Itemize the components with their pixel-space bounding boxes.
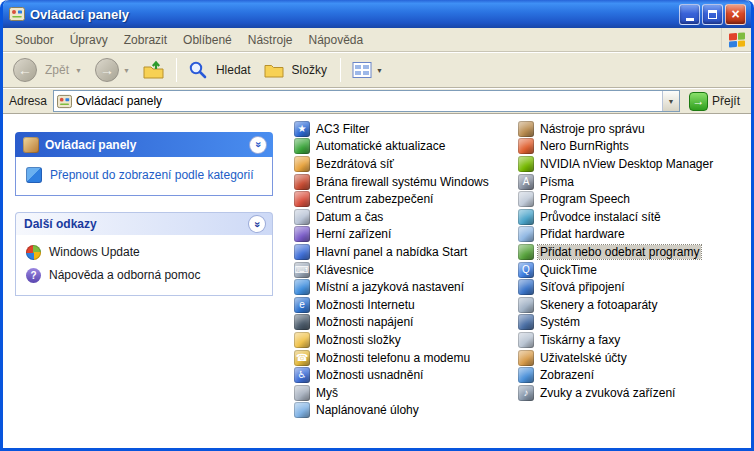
list-item[interactable]: Zobrazení [518, 366, 742, 384]
item-list: ★AC3 FilterAutomatické aktualizaceBezdrá… [286, 114, 751, 448]
automatic-updates-icon [294, 138, 310, 154]
windows-update-icon [26, 245, 41, 260]
list-item[interactable]: Myš [294, 384, 518, 402]
go-button[interactable]: → Přejít [686, 91, 743, 112]
folders-button[interactable]: Složky [260, 58, 333, 82]
maximize-button[interactable] [702, 4, 723, 25]
switch-category-view-link[interactable]: Přepnout do zobrazení podle kategorií [50, 167, 253, 183]
see-also-pane: Další odkazy » Windows Update ? Nápověda… [15, 212, 273, 296]
titlebar[interactable]: Ovládací panely × [3, 0, 751, 28]
list-item[interactable]: ♪Zvuky a zvuková zařízení [518, 384, 742, 402]
list-item[interactable]: Možnosti napájení [294, 314, 518, 332]
sounds-audio-icon: ♪ [518, 385, 534, 401]
help-support-link-row[interactable]: ? Nápověda a odborná pomoc [26, 268, 262, 283]
menu-tools[interactable]: Nástroje [240, 30, 301, 50]
menu-favorites[interactable]: Oblíbené [175, 30, 240, 50]
address-dropdown-button[interactable]: ▼ [662, 91, 679, 111]
menu-help[interactable]: Nápověda [300, 30, 371, 50]
list-item[interactable]: ♿Možnosti usnadnění [294, 366, 518, 384]
list-item-label: Systém [538, 315, 582, 329]
list-item[interactable]: Průvodce instalací sítě [518, 208, 742, 226]
list-item[interactable]: eMožnosti Internetu [294, 296, 518, 314]
date-time-icon [294, 209, 310, 225]
forward-dropdown-caret-icon[interactable]: ▼ [123, 67, 130, 74]
up-button[interactable] [139, 57, 169, 83]
list-item[interactable]: Síťová připojení [518, 278, 742, 296]
minimize-button[interactable] [679, 4, 700, 25]
user-accounts-icon [518, 350, 534, 366]
list-item[interactable]: Nástroje pro správu [518, 120, 742, 138]
address-control-panel-icon [57, 94, 72, 109]
forward-button[interactable]: → ▼ [91, 55, 136, 85]
windows-update-link[interactable]: Windows Update [49, 245, 140, 259]
control-panel-icon [9, 6, 25, 22]
speech-icon [518, 191, 534, 207]
list-item[interactable]: Přidat hardware [518, 226, 742, 244]
close-button[interactable]: × [725, 4, 746, 25]
menu-view[interactable]: Zobrazit [116, 30, 175, 50]
list-item-label: Hlavní panel a nabídka Start [314, 245, 469, 259]
list-item[interactable]: ★AC3 Filter [294, 120, 518, 138]
menu-file[interactable]: Soubor [7, 30, 62, 50]
windows-update-link-row[interactable]: Windows Update [26, 245, 262, 260]
views-dropdown-caret-icon[interactable]: ▼ [376, 67, 383, 74]
list-item-label: Klávesnice [314, 263, 376, 277]
list-item[interactable]: Možnosti složky [294, 331, 518, 349]
up-folder-icon [143, 60, 165, 80]
list-item[interactable]: Systém [518, 314, 742, 332]
control-panel-pane-body: Přepnout do zobrazení podle kategorií [15, 157, 273, 196]
list-item[interactable]: Uživatelské účty [518, 349, 742, 367]
collapse-pane-button[interactable]: » [248, 215, 266, 233]
chevron-up-icon: » [253, 141, 264, 147]
list-item[interactable]: Program Speech [518, 190, 742, 208]
list-item[interactable]: Přidat nebo odebrat programy [518, 243, 742, 261]
views-button[interactable]: ▼ [348, 58, 389, 82]
list-item[interactable]: Automatické aktualizace [294, 138, 518, 156]
collapse-pane-button[interactable]: » [249, 136, 267, 154]
list-item[interactable]: ☎Možnosti telefonu a modemu [294, 349, 518, 367]
list-item[interactable]: ⌨Klávesnice [294, 261, 518, 279]
list-item-label: Bezdrátová síť [314, 157, 396, 171]
fonts-icon: A [518, 174, 534, 190]
list-item-label: Nero BurnRights [538, 139, 631, 153]
list-item[interactable]: APísma [518, 173, 742, 191]
list-item[interactable]: Bezdrátová síť [294, 155, 518, 173]
menu-edit[interactable]: Úpravy [62, 30, 116, 50]
display-icon [518, 367, 534, 383]
list-item[interactable]: Hlavní panel a nabídka Start [294, 243, 518, 261]
list-item[interactable]: Centrum zabezpečení [294, 190, 518, 208]
back-icon: ← [13, 58, 37, 82]
switch-view-link-row[interactable]: Přepnout do zobrazení podle kategorií [26, 167, 262, 183]
list-item[interactable]: Místní a jazyková nastavení [294, 278, 518, 296]
list-item[interactable]: Datum a čas [294, 208, 518, 226]
search-button[interactable]: Hledat [184, 57, 257, 83]
list-item-label: NVIDIA nView Desktop Manager [538, 157, 715, 171]
close-icon: × [731, 6, 739, 22]
list-item[interactable]: Herní zařízení [294, 226, 518, 244]
see-also-pane-header[interactable]: Další odkazy » [15, 212, 273, 235]
list-item[interactable]: Naplánované úlohy [294, 402, 518, 420]
control-panel-pane: Ovládací panely » Přepnout do zobrazení … [15, 132, 273, 196]
list-item[interactable]: Tiskárny a faxy [518, 331, 742, 349]
control-panel-pane-header[interactable]: Ovládací panely » [15, 132, 273, 157]
list-item-label: Brána firewall systému Windows [314, 175, 491, 189]
back-button[interactable]: ← Zpět ▼ [9, 55, 88, 85]
nero-burnrights-icon [518, 138, 534, 154]
quicktime-icon: Q [518, 262, 534, 278]
list-item[interactable]: QQuickTime [518, 261, 742, 279]
back-dropdown-caret-icon[interactable]: ▼ [75, 67, 82, 74]
addressbar: Adresa Ovládací panely ▼ → Přejít [3, 88, 751, 114]
list-item[interactable]: NVIDIA nView Desktop Manager [518, 155, 742, 173]
list-item[interactable]: Nero BurnRights [518, 138, 742, 156]
list-item[interactable]: Skenery a fotoaparáty [518, 296, 742, 314]
phone-modem-icon: ☎ [294, 350, 310, 366]
address-input[interactable]: Ovládací panely ▼ [53, 90, 680, 112]
list-item[interactable]: Brána firewall systému Windows [294, 173, 518, 191]
control-panel-small-icon [23, 137, 39, 153]
list-item-label: Možnosti Internetu [314, 298, 417, 312]
help-support-link[interactable]: Nápověda a odborná pomoc [49, 268, 200, 282]
list-item-label: AC3 Filter [314, 122, 371, 136]
list-item-label: Zvuky a zvuková zařízení [538, 386, 677, 400]
wireless-network-icon [294, 156, 310, 172]
windows-logo-quadrant [729, 40, 737, 47]
